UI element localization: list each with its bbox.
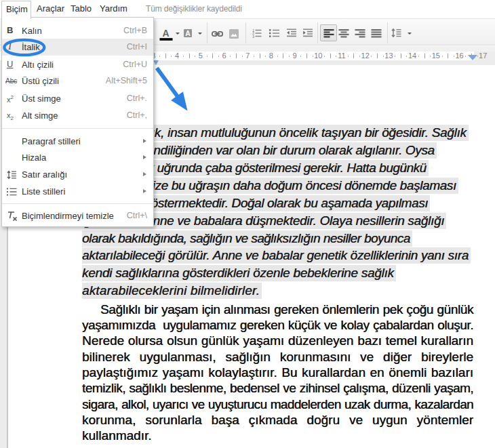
svg-text:3: 3 — [252, 35, 254, 38]
svg-text:A: A — [185, 29, 191, 37]
svg-text:A: A — [162, 28, 169, 39]
